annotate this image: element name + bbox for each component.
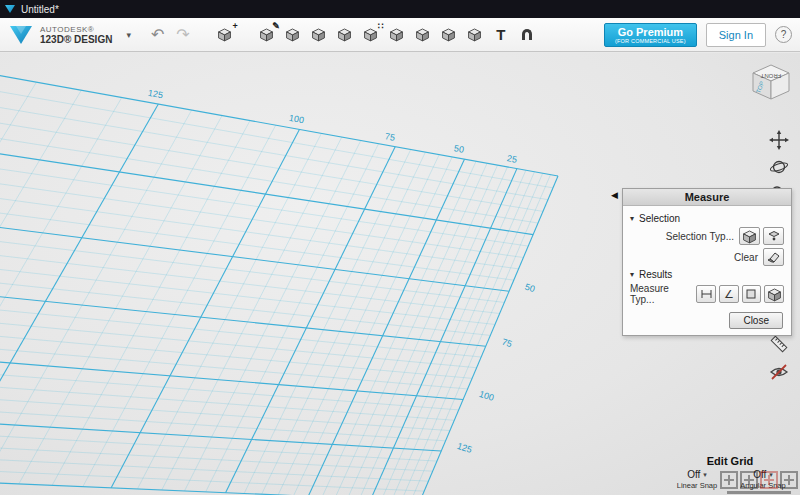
grid-controls: Edit Grid Off ▾ Linear Snap Off ▾ Angula…	[668, 455, 792, 490]
measure-panel-title: Measure	[685, 191, 730, 203]
edit-grid-button[interactable]: Edit Grid	[668, 455, 792, 467]
combine-tool-icon[interactable]	[412, 24, 434, 46]
material-tool-icon[interactable]	[464, 24, 486, 46]
selection-section-header[interactable]: ▾ Selection	[630, 213, 784, 224]
clear-label: Clear	[734, 252, 758, 263]
clear-selection-button[interactable]	[763, 248, 784, 266]
viewcube-front-label: FRONT	[760, 73, 781, 79]
pattern-tool-icon[interactable]: ∷	[360, 24, 382, 46]
redo-button[interactable]: ↷	[176, 27, 189, 43]
measure-volume-button[interactable]	[764, 285, 784, 303]
go-premium-sublabel: (FOR COMMERCIAL USE)	[615, 38, 686, 44]
linear-snap-value: Off	[687, 469, 700, 480]
brand-line2: 123D® DESIGN	[40, 34, 112, 45]
measure-tool-icon[interactable]	[438, 24, 460, 46]
main-toolbar: AUTODESK® 123D® DESIGN ▾ ↶ ↷ + ✎ ∷ T Go …	[0, 18, 800, 52]
measure-type-row: Measure Typ... ∠	[630, 283, 784, 305]
account-actions: Go Premium (FOR COMMERCIAL USE) Sign In …	[604, 23, 792, 47]
tool-groups: + ✎ ∷ T	[214, 24, 538, 46]
ruler-tool-button[interactable]	[767, 333, 791, 355]
chevron-down-icon: ▾	[769, 471, 773, 479]
chevron-down-icon: ▾	[703, 471, 707, 479]
linear-snap-control: Off ▾ Linear Snap	[668, 469, 726, 490]
results-section-label: Results	[639, 269, 672, 280]
display-tools	[767, 333, 791, 383]
grid-axis-label: 75	[384, 131, 396, 143]
go-premium-button[interactable]: Go Premium (FOR COMMERCIAL USE)	[604, 23, 697, 47]
pan-icon	[769, 130, 789, 150]
angle-icon: ∠	[724, 289, 734, 300]
window-titlebar: Untitled*	[0, 0, 800, 18]
measure-angle-button[interactable]: ∠	[719, 285, 739, 303]
orbit-tool-button[interactable]	[767, 156, 791, 178]
ruler-icon	[769, 334, 789, 354]
orbit-icon	[769, 157, 789, 177]
linear-snap-label: Linear Snap	[668, 481, 726, 490]
angular-snap-value: Off	[753, 469, 766, 480]
snap-tool-icon[interactable]	[516, 24, 538, 46]
modify-tool-icon[interactable]	[334, 24, 356, 46]
go-premium-label: Go Premium	[615, 26, 686, 38]
face-icon	[768, 230, 780, 242]
app-menu[interactable]: AUTODESK® 123D® DESIGN ▾	[8, 23, 131, 47]
hide-visibility-button[interactable]	[767, 361, 791, 383]
measure-panel: ◀ Measure ▾ Selection Selection Typ...	[622, 188, 792, 336]
eye-off-icon	[769, 362, 789, 382]
history-controls: ↶ ↷	[151, 27, 190, 43]
sign-in-button[interactable]: Sign In	[706, 23, 766, 47]
viewport-canvas[interactable]: 2550507575100100125125 FRONT TOP	[0, 53, 800, 495]
clear-row: Clear	[630, 248, 784, 266]
measure-panel-body: ▾ Selection Selection Typ... Clear	[623, 206, 791, 335]
primitives-tool-icon[interactable]: +	[214, 24, 236, 46]
results-section-header[interactable]: ▾ Results	[630, 269, 784, 280]
eraser-icon	[767, 251, 780, 263]
undo-button[interactable]: ↶	[151, 27, 164, 43]
grid-axis-label: 25	[506, 153, 518, 165]
angular-snap-control: Off ▾ Angular Snap	[734, 469, 792, 490]
selection-type-row: Selection Typ...	[630, 227, 784, 245]
section-caret-icon: ▾	[630, 270, 634, 279]
measure-panel-header[interactable]: ◀ Measure	[623, 189, 791, 206]
selection-type-label: Selection Typ...	[666, 231, 734, 242]
linear-snap-select[interactable]: Off ▾	[668, 469, 726, 480]
area-icon	[745, 288, 757, 300]
construct-tool-icon[interactable]	[308, 24, 330, 46]
spline-tool-icon[interactable]	[282, 24, 304, 46]
select-face-button[interactable]	[763, 227, 784, 245]
pan-tool-button[interactable]	[767, 129, 791, 151]
close-button[interactable]: Close	[729, 312, 783, 329]
app-logo-icon	[4, 3, 16, 15]
text-tool-icon[interactable]: T	[490, 24, 512, 46]
app-menu-caret-icon[interactable]: ▾	[126, 30, 131, 40]
sketch-tool-icon[interactable]: ✎	[256, 24, 278, 46]
window-title: Untitled*	[21, 4, 59, 15]
help-button[interactable]: ?	[775, 26, 792, 43]
measure-distance-button[interactable]	[696, 285, 716, 303]
angular-snap-select[interactable]: Off ▾	[734, 469, 792, 480]
section-caret-icon: ▾	[630, 214, 634, 223]
measure-type-label: Measure Typ...	[630, 283, 691, 305]
angular-snap-label: Angular Snap	[734, 481, 792, 490]
view-cube[interactable]: FRONT TOP	[747, 57, 795, 109]
brand-logo-icon	[8, 23, 34, 47]
brand-text: AUTODESK® 123D® DESIGN	[40, 25, 112, 45]
select-solid-button[interactable]	[739, 227, 760, 245]
close-row: Close	[630, 312, 783, 329]
selection-section-label: Selection	[639, 213, 680, 224]
distance-icon	[700, 288, 713, 300]
brand-line1: AUTODESK®	[40, 25, 112, 34]
measure-area-button[interactable]	[742, 285, 762, 303]
panel-collapse-icon[interactable]: ◀	[611, 190, 618, 200]
grouping-tool-icon[interactable]	[386, 24, 408, 46]
